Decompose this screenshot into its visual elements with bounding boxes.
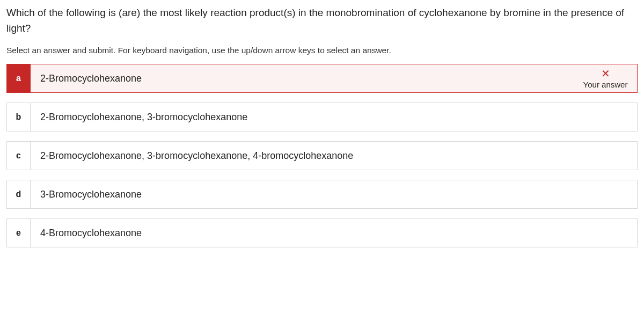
option-text: 4-Bromocyclohexanone — [31, 219, 637, 247]
incorrect-x-icon: ✕ — [601, 68, 610, 79]
instructions-text: Select an answer and submit. For keyboar… — [6, 46, 638, 55]
answer-option-b[interactable]: b 2-Bromocyclohexanone, 3-bromocyclohexa… — [6, 103, 638, 132]
option-key: c — [7, 142, 31, 170]
answer-option-a[interactable]: a 2-Bromocyclohexanone ✕ Your answer — [6, 64, 638, 93]
question-text: Which of the following is (are) the most… — [6, 5, 638, 36]
answer-option-c[interactable]: c 2-Bromocyclohexanone, 3-bromocyclohexa… — [6, 141, 638, 170]
option-key: b — [7, 103, 31, 131]
answer-feedback: ✕ Your answer — [574, 64, 637, 92]
answer-option-e[interactable]: e 4-Bromocyclohexanone — [6, 218, 638, 247]
option-text: 2-Bromocyclohexanone, 3-bromocyclohexano… — [31, 142, 637, 170]
your-answer-label: Your answer — [583, 80, 628, 89]
option-text: 2-Bromocyclohexanone, 3-bromocyclohexano… — [31, 103, 637, 131]
option-key: a — [7, 64, 31, 92]
answer-option-d[interactable]: d 3-Bromocyclohexanone — [6, 180, 638, 209]
option-text: 3-Bromocyclohexanone — [31, 180, 637, 208]
options-list: a 2-Bromocyclohexanone ✕ Your answer b 2… — [6, 64, 638, 247]
option-key: d — [7, 180, 31, 208]
option-key: e — [7, 219, 31, 247]
option-text: 2-Bromocyclohexanone — [31, 64, 574, 92]
